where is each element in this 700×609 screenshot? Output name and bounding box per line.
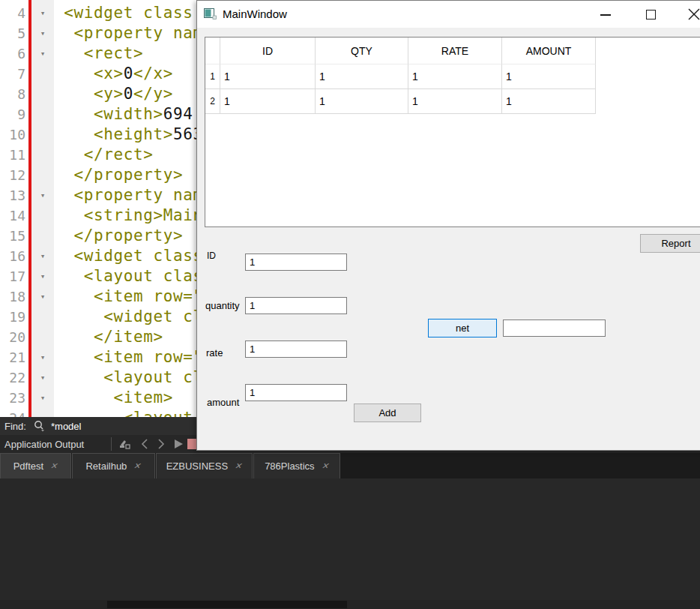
console-line bbox=[0, 514, 700, 531]
fold-arrow-icon[interactable]: ▾ bbox=[35, 347, 50, 368]
search-icon[interactable] bbox=[33, 420, 46, 434]
find-query-input[interactable]: *model bbox=[51, 421, 81, 432]
table-header-row: ID QTY RATE AMOUNT bbox=[205, 38, 700, 64]
line-number: 9 bbox=[0, 104, 25, 124]
fold-arrow-icon[interactable]: ▾ bbox=[35, 286, 50, 307]
output-tab[interactable]: EZBUSINESS ✕ bbox=[156, 453, 253, 478]
line-number: 14 bbox=[0, 206, 25, 226]
toolbar-separator bbox=[111, 437, 112, 451]
net-field[interactable] bbox=[503, 320, 606, 337]
output-tab[interactable]: Pdftest ✕ bbox=[0, 453, 71, 478]
line-number: 20 bbox=[0, 327, 25, 347]
maximize-button[interactable] bbox=[646, 10, 656, 20]
fold-arrow-icon[interactable]: ▾ bbox=[35, 185, 50, 206]
items-table[interactable]: ID QTY RATE AMOUNT 1 1 1 1 1 2 1 1 1 1 bbox=[205, 37, 700, 227]
table-cell[interactable]: 1 bbox=[316, 89, 408, 114]
window-app-icon bbox=[204, 8, 217, 22]
fold-arrow-icon[interactable]: ▾ bbox=[35, 388, 50, 408]
column-header-id[interactable]: ID bbox=[220, 38, 316, 64]
scrollbar-handle[interactable] bbox=[107, 601, 347, 608]
code-text: <item row=" bbox=[54, 347, 203, 368]
table-cell[interactable]: 1 bbox=[502, 64, 596, 89]
line-number: 13 bbox=[0, 185, 25, 206]
code-text: <string>Main bbox=[54, 206, 203, 226]
window-title-bar[interactable]: MainWindow bbox=[197, 1, 700, 28]
line-number: 7 bbox=[0, 64, 25, 84]
run-icon[interactable] bbox=[172, 438, 184, 452]
line-number: 10 bbox=[0, 124, 25, 145]
table-cell[interactable]: 1 bbox=[408, 89, 502, 114]
table-cell[interactable]: 1 bbox=[220, 64, 316, 89]
report-button[interactable]: Report bbox=[640, 234, 700, 253]
console-line bbox=[0, 531, 700, 548]
line-number: 5 bbox=[0, 23, 25, 44]
fold-arrow-icon[interactable]: ▾ bbox=[35, 368, 50, 388]
fold-arrow-icon[interactable]: ▾ bbox=[35, 3, 50, 23]
line-number: 16 bbox=[0, 246, 25, 266]
code-text: <rect> bbox=[54, 44, 143, 64]
window-title: MainWindow bbox=[223, 8, 287, 20]
column-header-rate[interactable]: RATE bbox=[408, 38, 502, 64]
minimize-button[interactable] bbox=[600, 14, 611, 16]
previous-item-icon[interactable] bbox=[139, 438, 150, 452]
output-tab-label: Pdftest bbox=[13, 460, 43, 472]
next-item-icon[interactable] bbox=[156, 438, 166, 452]
rate-field[interactable] bbox=[245, 340, 347, 358]
table-cell[interactable]: 1 bbox=[502, 89, 596, 114]
mainwindow-app: MainWindow ID QTY RATE AMOUNT 1 1 1 1 1 … bbox=[196, 0, 700, 451]
fold-arrow-icon[interactable]: ▾ bbox=[35, 44, 50, 64]
close-button[interactable] bbox=[687, 7, 700, 22]
quantity-field[interactable] bbox=[245, 297, 347, 314]
row-header[interactable]: 2 bbox=[205, 89, 220, 114]
table-cell[interactable]: 1 bbox=[316, 64, 408, 89]
code-text: <widget class bbox=[54, 246, 203, 266]
find-label: Find: bbox=[4, 421, 26, 432]
table-row: 2 1 1 1 1 bbox=[205, 89, 700, 114]
code-text: <item> bbox=[54, 388, 173, 408]
tab-close-icon[interactable]: ✕ bbox=[320, 461, 331, 471]
net-button[interactable]: net bbox=[428, 319, 497, 338]
code-text: <property nam bbox=[54, 185, 203, 206]
code-text: <property nam bbox=[54, 23, 203, 44]
clear-output-icon[interactable] bbox=[118, 438, 132, 452]
table-cell[interactable]: 1 bbox=[408, 64, 502, 89]
output-tab[interactable]: 786Plastics ✕ bbox=[253, 453, 340, 478]
code-text: <width>694 bbox=[54, 104, 193, 124]
line-number: 12 bbox=[0, 165, 25, 185]
fold-arrow-icon[interactable]: ▾ bbox=[35, 266, 50, 286]
line-number: 23 bbox=[0, 388, 25, 408]
code-text: <y>0</y> bbox=[54, 84, 173, 104]
tab-close-icon[interactable]: ✕ bbox=[133, 461, 143, 471]
id-field[interactable] bbox=[245, 254, 347, 271]
code-text: <layout bbox=[54, 408, 193, 417]
code-text: </property> bbox=[54, 226, 183, 246]
code-text: </property> bbox=[54, 165, 183, 185]
tab-close-icon[interactable]: ✕ bbox=[49, 461, 59, 471]
console-line bbox=[0, 564, 700, 580]
line-number: 15 bbox=[0, 226, 25, 246]
output-tab-label: EZBUSINESS bbox=[166, 460, 228, 472]
line-number: 24 bbox=[0, 408, 25, 417]
corner-header-cell bbox=[205, 38, 220, 64]
fold-arrow-icon[interactable]: ▾ bbox=[35, 246, 50, 266]
line-number: 22 bbox=[0, 368, 25, 388]
output-tab[interactable]: Retailhub ✕ bbox=[72, 453, 155, 478]
console-scrollbar[interactable] bbox=[0, 600, 700, 609]
rate-label: rate bbox=[206, 347, 223, 358]
tab-close-icon[interactable]: ✕ bbox=[233, 461, 244, 471]
output-tab-label: Retailhub bbox=[85, 460, 127, 472]
column-header-qty[interactable]: QTY bbox=[316, 38, 408, 64]
table-cell[interactable]: 1 bbox=[220, 89, 316, 114]
row-header[interactable]: 1 bbox=[205, 64, 220, 89]
console-line bbox=[0, 548, 700, 564]
line-number: 6 bbox=[0, 44, 25, 64]
console-line bbox=[0, 498, 700, 514]
output-tab-bar: Pdftest ✕ Retailhub ✕ EZBUSINESS ✕ 786Pl… bbox=[0, 453, 700, 478]
id-label: ID bbox=[207, 250, 216, 261]
add-button[interactable]: Add bbox=[354, 404, 421, 422]
column-header-amount[interactable]: AMOUNT bbox=[502, 38, 596, 64]
fold-arrow-icon[interactable]: ▾ bbox=[35, 23, 50, 44]
code-text: </rect> bbox=[54, 145, 153, 165]
amount-field[interactable] bbox=[245, 384, 347, 401]
output-pane-title: Application Output bbox=[4, 439, 84, 450]
